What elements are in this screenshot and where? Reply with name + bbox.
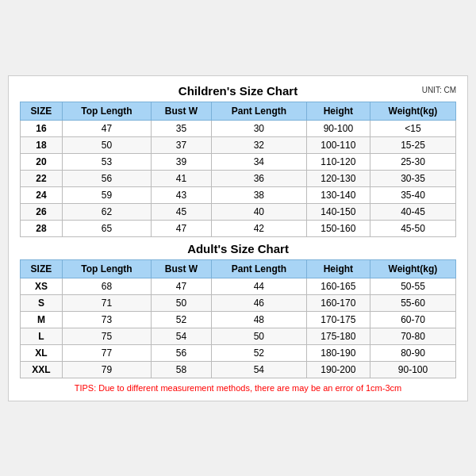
chart-container: Children's Size Chart UNIT: CM SIZE Top … bbox=[8, 75, 468, 401]
adult-section: Adult's Size Chart SIZE Top Length Bust … bbox=[20, 242, 456, 378]
children-col-top-length: Top Length bbox=[62, 102, 151, 120]
children-col-height: Height bbox=[306, 102, 370, 120]
adult-section-header: Adult's Size Chart bbox=[20, 242, 456, 256]
children-header-row: SIZE Top Length Bust W Pant Length Heigh… bbox=[21, 102, 456, 120]
table-row: 22564136120-13030-35 bbox=[21, 170, 456, 186]
children-col-pant-length: Pant Length bbox=[211, 102, 306, 120]
table-row: M735248170-17560-70 bbox=[21, 311, 456, 328]
table-row: XL775652180-19080-90 bbox=[21, 344, 456, 361]
table-row: 24594338130-14035-40 bbox=[21, 186, 456, 203]
adult-col-height: Height bbox=[306, 259, 370, 278]
children-title: Children's Size Chart bbox=[178, 84, 298, 98]
adult-col-pant-length: Pant Length bbox=[211, 259, 306, 278]
adult-header-row: SIZE Top Length Bust W Pant Length Heigh… bbox=[21, 259, 456, 278]
adult-table: SIZE Top Length Bust W Pant Length Heigh… bbox=[20, 259, 456, 378]
children-section-header: Children's Size Chart UNIT: CM bbox=[20, 84, 456, 98]
table-row: XXL795854190-20090-100 bbox=[21, 361, 456, 378]
children-table: SIZE Top Length Bust W Pant Length Heigh… bbox=[20, 102, 456, 237]
adult-col-top-length: Top Length bbox=[62, 259, 151, 278]
table-row: L755450175-18070-80 bbox=[21, 328, 456, 344]
tips-text: TIPS: Due to different measurement metho… bbox=[20, 383, 456, 393]
table-row: 28654742150-16045-50 bbox=[21, 220, 456, 236]
adult-col-weight: Weight(kg) bbox=[370, 259, 455, 278]
table-row: XS684744160-16550-55 bbox=[21, 278, 456, 294]
adult-col-bust-w: Bust W bbox=[152, 259, 212, 278]
children-col-bust-w: Bust W bbox=[152, 102, 212, 120]
adult-col-size: SIZE bbox=[21, 259, 63, 278]
table-row: 26624540140-15040-45 bbox=[21, 203, 456, 220]
adult-title: Adult's Size Chart bbox=[187, 242, 289, 255]
unit-label: UNIT: CM bbox=[422, 86, 456, 94]
children-col-weight: Weight(kg) bbox=[370, 102, 455, 120]
table-row: 1647353090-100<15 bbox=[21, 120, 456, 136]
table-row: S715046160-17055-60 bbox=[21, 294, 456, 311]
table-row: 20533934110-12025-30 bbox=[21, 153, 456, 170]
table-row: 18503732100-11015-25 bbox=[21, 136, 456, 153]
children-col-size: SIZE bbox=[21, 102, 63, 120]
